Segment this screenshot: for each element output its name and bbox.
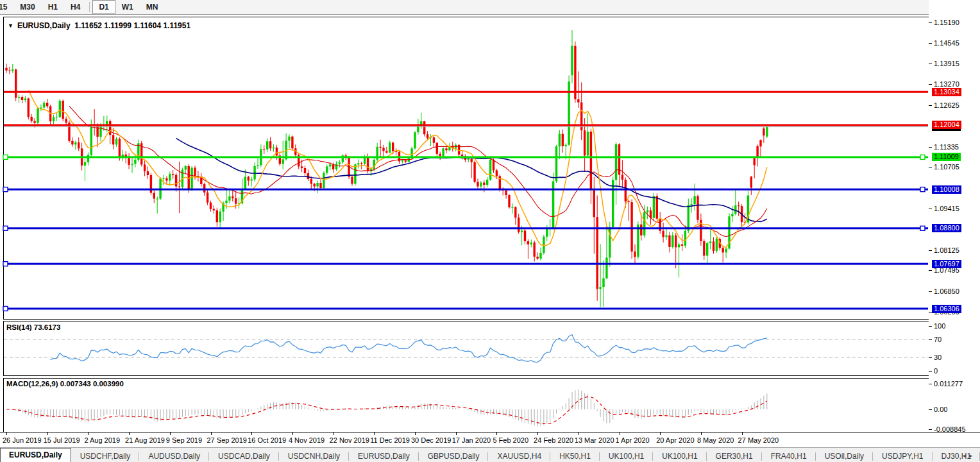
tab-usdcnh-daily-4[interactable]: USDCNH,Daily <box>279 450 349 462</box>
chart-ohlc-values: 1.11652 1.11999 1.11604 1.11951 <box>74 21 190 30</box>
axis-tick <box>929 357 932 358</box>
tab-usoil-daily-13[interactable]: USOil,Daily <box>816 450 873 462</box>
axis-tick <box>929 384 932 384</box>
timeframe-button-m30[interactable]: M30 <box>13 0 41 14</box>
level-price-tag-1.08800: 1.08800 <box>932 224 961 232</box>
date-tick <box>88 432 89 435</box>
date-tick <box>415 432 416 435</box>
price-tick-label: 1.12625 <box>934 101 959 109</box>
tab-scroll-right-icon[interactable]: ▸ <box>969 452 976 459</box>
date-label: 20 Apr 2020 <box>656 436 694 444</box>
tab-eurusd-daily-5[interactable]: EURUSD,Daily <box>349 450 419 462</box>
date-tick <box>579 432 579 435</box>
rsi-indicator-label: RSI(14) 73.6173 <box>6 323 60 331</box>
date-tick <box>537 432 538 435</box>
tab-usdchf-daily-1[interactable]: USDCHF,Daily <box>71 450 140 462</box>
timeframe-button-m15[interactable]: M15 <box>0 0 13 14</box>
timeframe-button-w1[interactable]: W1 <box>115 0 140 14</box>
axis-tick <box>929 250 932 251</box>
level-price-tag-1.12004: 1.12004 <box>932 121 961 129</box>
price-tick-label: 1.08125 <box>934 246 959 254</box>
date-tick <box>170 432 171 435</box>
tab-ger30-h1-11[interactable]: GER30,H1 <box>707 450 762 462</box>
axis-tick <box>929 64 932 64</box>
date-tick <box>374 432 375 435</box>
date-tick <box>742 432 743 435</box>
date-label: 8 May 2020 <box>697 436 734 444</box>
tab-xauusd-h4-7[interactable]: XAUUSD,H4 <box>488 450 550 462</box>
chart-title: ▼EURUSD,Daily 1.11652 1.11999 1.11604 1.… <box>8 21 190 30</box>
level-price-tag-1.07697: 1.07697 <box>932 260 961 268</box>
timeframe-button-mn[interactable]: MN <box>140 0 165 14</box>
tab-eurusd-daily[interactable]: EURUSD,Daily <box>0 448 71 462</box>
axis-tick <box>929 409 932 410</box>
date-tick <box>660 432 661 435</box>
level-line-1.12004 <box>4 124 928 126</box>
date-tick <box>129 432 130 435</box>
axis-tick <box>929 147 932 148</box>
date-tick <box>292 432 293 435</box>
macd-tick-label: 0.011277 <box>934 380 963 388</box>
date-label: 11 Dec 2019 <box>370 436 410 444</box>
trading-terminal: M15M30H1H4D1W1MN ▼EURUSD,Daily 1.11652 1… <box>0 0 980 462</box>
date-label: 2 Aug 2019 <box>84 436 120 444</box>
date-label: 27 Sep 2019 <box>207 436 247 444</box>
tab-uk100-h1-10[interactable]: UK100,H1 <box>653 450 706 462</box>
tab-usdjpy-h1-14[interactable]: USDJPY,H1 <box>873 450 932 462</box>
level-price-tag-1.11009: 1.11009 <box>932 153 961 161</box>
date-tick <box>620 432 620 435</box>
level-line-1.07697 <box>4 263 928 265</box>
rsi-line <box>51 335 767 363</box>
timeframe-button-h4[interactable]: H4 <box>64 0 87 14</box>
tab-usdcad-daily-3[interactable]: USDCAD,Daily <box>209 450 279 462</box>
date-label: 5 Feb 2020 <box>493 436 528 444</box>
date-label: 9 Sep 2019 <box>166 436 202 444</box>
date-label: 17 Jan 2020 <box>452 436 491 444</box>
rsi-tick-label: 100 <box>934 322 945 330</box>
macd-signal-line <box>6 397 767 424</box>
date-label: 4 Nov 2019 <box>289 436 325 444</box>
timeframe-button-d1[interactable]: D1 <box>92 0 115 14</box>
tab-audusd-daily-2[interactable]: AUDUSD,Daily <box>139 450 209 462</box>
date-label: 24 Feb 2020 <box>534 436 573 444</box>
price-tick-label: 1.11335 <box>934 143 959 151</box>
date-label: 1 Apr 2020 <box>616 436 650 444</box>
price-axis[interactable]: 1.151901.145451.139151.132701.126251.113… <box>929 0 980 447</box>
timeframe-toolbar: M15M30H1H4D1W1MN <box>0 0 980 15</box>
timeframe-button-h1[interactable]: H1 <box>42 0 64 14</box>
candlestick-chart[interactable] <box>0 15 980 320</box>
axis-tick <box>929 326 932 327</box>
date-label: 22 Nov 2019 <box>330 436 369 444</box>
symbol-dropdown-icon[interactable]: ▼ <box>8 22 13 29</box>
price-tick-label: 1.10705 <box>934 163 959 171</box>
date-label: 30 Dec 2019 <box>411 436 451 444</box>
date-tick <box>251 432 252 435</box>
axis-tick <box>929 270 932 271</box>
tab-hk50-h1-8[interactable]: HK50,H1 <box>550 450 600 462</box>
rsi-chart[interactable] <box>0 321 980 375</box>
date-label: 21 Aug 2019 <box>125 436 165 444</box>
axis-tick <box>929 291 932 292</box>
date-tick <box>47 432 48 435</box>
axis-tick <box>929 105 932 106</box>
tab-scroll-left-icon[interactable]: ◂ <box>963 452 970 459</box>
date-axis[interactable]: 26 Jun 201915 Jul 20192 Aug 201921 Aug 2… <box>0 432 980 448</box>
tab-scroll-arrows[interactable]: ◂▸ <box>963 452 976 459</box>
date-label: 13 Mar 2020 <box>575 436 614 444</box>
level-price-tag-1.13034: 1.13034 <box>932 88 961 96</box>
axis-tick <box>929 371 932 372</box>
tab-uk100-h1-9[interactable]: UK100,H1 <box>600 450 653 462</box>
tab-fra40-h1-12[interactable]: FRA40,H1 <box>762 450 816 462</box>
tab-gbpusd-daily-6[interactable]: GBPUSD,Daily <box>419 450 489 462</box>
price-tick-label: 1.13915 <box>934 60 959 67</box>
date-label: 15 Jul 2019 <box>44 436 80 444</box>
level-handle <box>3 187 8 192</box>
macd-chart[interactable] <box>0 379 980 432</box>
axis-tick <box>929 429 932 430</box>
level-handle <box>3 262 8 266</box>
axis-tick <box>929 22 932 23</box>
price-tick-label: 1.14545 <box>934 39 959 47</box>
chart-tab-bar: EURUSD,DailyUSDCHF,DailyAUDUSD,DailyUSDC… <box>0 447 980 462</box>
date-tick <box>701 432 702 435</box>
level-line-1.08800 <box>4 227 928 229</box>
